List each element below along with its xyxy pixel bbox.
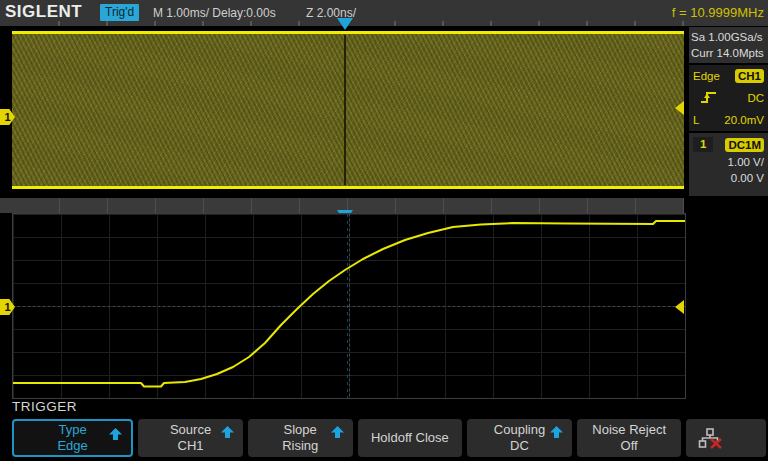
up-arrow-icon	[331, 426, 344, 442]
network-status-cell[interactable]	[686, 419, 766, 457]
channel-number: 1	[693, 137, 713, 152]
menu-button-slope-value: Rising	[282, 438, 318, 454]
trigger-level-arrow-zoom[interactable]	[675, 300, 684, 314]
zoom-waveform-window	[12, 213, 686, 399]
menu-button-coupling-label: Coupling	[494, 422, 545, 438]
menu-button-slope-label: Slope	[284, 422, 317, 438]
menu-button-noise-reject-label: Noise Reject	[592, 422, 666, 438]
memory-depth: Curr 14.0Mpts	[691, 45, 768, 61]
timebase-readout[interactable]: M 1.00ms/ Delay:0.00s	[153, 6, 276, 20]
menu-title: TRIGGER	[12, 399, 77, 414]
menu-button-type[interactable]: Type Edge	[12, 419, 133, 457]
channel-offset: 0.00 V	[689, 170, 768, 186]
lan-disconnected-icon	[698, 428, 722, 453]
up-arrow-icon	[109, 428, 122, 444]
sample-rate: Sa 1.00GSa/s	[691, 29, 768, 45]
menu-button-holdoff-label: Holdoff Close	[371, 430, 449, 446]
trigger-type: Edge	[693, 70, 720, 82]
menu-button-slope[interactable]: Slope Rising	[248, 419, 353, 457]
frequency-counter: f = 10.9999MHz	[672, 5, 764, 20]
trigger-position-marker-top[interactable]	[337, 18, 353, 30]
trigger-source-badge: CH1	[735, 69, 764, 83]
soft-menu-bar: Type Edge Source CH1 Slope Rising Holdof…	[12, 419, 766, 457]
trigger-level-label: L	[693, 114, 699, 126]
rising-edge-icon	[700, 90, 718, 107]
up-arrow-icon	[550, 426, 563, 442]
menu-button-type-value: Edge	[57, 438, 87, 454]
menu-button-source[interactable]: Source CH1	[138, 419, 243, 457]
zoom-waveform-path	[13, 221, 685, 387]
acquisition-info-panel[interactable]: Sa 1.00GSa/s Curr 14.0Mpts	[689, 27, 768, 63]
up-arrow-icon	[221, 426, 234, 442]
channel-scale: 1.00 V/	[689, 154, 768, 170]
menu-button-source-label: Source	[170, 422, 211, 438]
menu-button-coupling[interactable]: Coupling DC	[467, 419, 572, 457]
channel1-info-panel[interactable]: 1 DC1M 1.00 V/ 0.00 V	[689, 133, 768, 196]
menu-button-coupling-value: DC	[510, 438, 529, 454]
zoom-window-position-line[interactable]	[344, 35, 346, 185]
trigger-status-badge: Trig'd	[100, 4, 139, 21]
siglent-logo: SIGLENT	[5, 2, 82, 22]
oscilloscope-screen: SIGLENT Trig'd M 1.00ms/ Delay:0.00s Z 2…	[0, 0, 768, 461]
trigger-level-arrow-main[interactable]	[675, 101, 684, 115]
menu-button-noise-reject[interactable]: Noise Reject Off	[577, 419, 682, 457]
trigger-coupling: DC	[747, 92, 764, 104]
ch1-zoom-waveform	[13, 214, 685, 398]
ch1-waveform-band	[12, 31, 684, 189]
top-status-bar: SIGLENT Trig'd M 1.00ms/ Delay:0.00s Z 2…	[0, 0, 768, 26]
channel-coupling-badge: DC1M	[725, 138, 764, 152]
menu-button-type-label: Type	[59, 422, 87, 438]
menu-button-source-value: CH1	[178, 438, 204, 454]
trigger-level-value: 20.0mV	[724, 114, 764, 126]
menu-button-holdoff[interactable]: Holdoff Close	[358, 419, 463, 457]
main-waveform-window	[12, 26, 684, 198]
menu-button-noise-reject-value: Off	[621, 438, 638, 454]
trigger-info-panel[interactable]: Edge CH1 DC L 20.0mV	[689, 65, 768, 131]
